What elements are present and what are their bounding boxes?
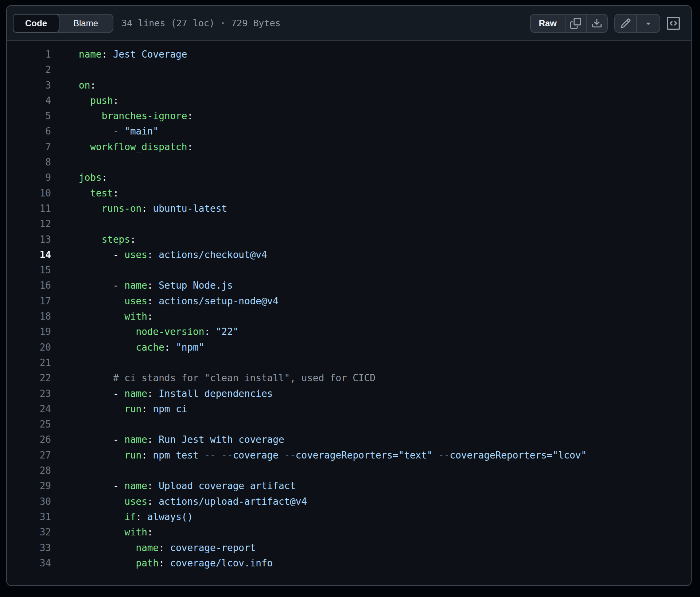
line-number[interactable]: 6 bbox=[7, 126, 51, 141]
file-header-toolbar: Code Blame 34 lines (27 loc) · 729 Bytes… bbox=[7, 6, 691, 41]
code-text: push: bbox=[51, 95, 119, 110]
line-number[interactable]: 26 bbox=[7, 434, 51, 449]
line-number[interactable]: 9 bbox=[7, 172, 51, 187]
raw-button[interactable]: Raw bbox=[531, 15, 565, 32]
code-line: 24 run: npm ci bbox=[7, 403, 691, 419]
tab-code[interactable]: Code bbox=[13, 14, 59, 33]
line-number[interactable]: 28 bbox=[7, 465, 51, 480]
code-line: 22 # ci stands for "clean install", used… bbox=[7, 372, 691, 388]
code-text: branches-ignore: bbox=[51, 110, 193, 126]
line-number[interactable]: 1 bbox=[7, 49, 51, 64]
code-text: run: npm ci bbox=[51, 403, 187, 419]
code-text: - uses: actions/checkout@v4 bbox=[51, 249, 267, 265]
code-line: 29 - name: Upload coverage artifact bbox=[7, 480, 691, 496]
code-line: 30 uses: actions/upload-artifact@v4 bbox=[7, 496, 691, 511]
edit-button[interactable] bbox=[615, 15, 636, 32]
line-number[interactable]: 23 bbox=[7, 388, 51, 403]
code-line: 32 with: bbox=[7, 527, 691, 542]
code-text: cache: "npm" bbox=[51, 342, 204, 357]
line-number[interactable]: 27 bbox=[7, 450, 51, 465]
file-info-text: 34 lines (27 loc) · 729 Bytes bbox=[121, 18, 281, 28]
line-number[interactable]: 30 bbox=[7, 496, 51, 511]
line-number[interactable]: 16 bbox=[7, 280, 51, 295]
copy-icon bbox=[570, 18, 581, 29]
line-number[interactable]: 25 bbox=[7, 419, 51, 434]
line-number[interactable]: 18 bbox=[7, 311, 51, 326]
line-number[interactable]: 12 bbox=[7, 218, 51, 234]
line-number[interactable]: 4 bbox=[7, 95, 51, 110]
code-text bbox=[51, 465, 79, 480]
code-line: 26 - name: Run Jest with coverage bbox=[7, 434, 691, 449]
line-number[interactable]: 10 bbox=[7, 188, 51, 203]
line-number[interactable]: 14 bbox=[7, 249, 51, 265]
code-text: workflow_dispatch: bbox=[51, 141, 193, 157]
code-lines: 1name: Jest Coverage23on:4 push:5 branch… bbox=[7, 41, 691, 573]
code-text: steps: bbox=[51, 234, 136, 249]
code-line: 9jobs: bbox=[7, 172, 691, 187]
copy-button[interactable] bbox=[565, 15, 586, 32]
symbols-panel-button[interactable] bbox=[667, 15, 680, 31]
code-blame-toggle: Code Blame bbox=[13, 14, 113, 33]
line-number[interactable]: 11 bbox=[7, 203, 51, 218]
code-line: 33 name: coverage-report bbox=[7, 542, 691, 558]
code-text: name: coverage-report bbox=[51, 542, 256, 558]
code-line: 27 run: npm test -- --coverage --coverag… bbox=[7, 450, 691, 465]
code-line: 16 - name: Setup Node.js bbox=[7, 280, 691, 295]
edit-dropdown-button[interactable] bbox=[636, 15, 660, 32]
line-number[interactable]: 21 bbox=[7, 357, 51, 372]
line-number[interactable]: 8 bbox=[7, 157, 51, 172]
code-text bbox=[51, 419, 79, 434]
line-number[interactable]: 31 bbox=[7, 511, 51, 527]
code-line: 17 uses: actions/setup-node@v4 bbox=[7, 296, 691, 311]
triangle-down-icon bbox=[644, 19, 653, 28]
code-line: 15 bbox=[7, 265, 691, 280]
code-text: uses: actions/setup-node@v4 bbox=[51, 296, 279, 311]
line-number[interactable]: 2 bbox=[7, 64, 51, 79]
code-text: - name: Install dependencies bbox=[51, 388, 273, 403]
line-number[interactable]: 34 bbox=[7, 558, 51, 573]
code-line: 20 cache: "npm" bbox=[7, 342, 691, 357]
code-line: 31 if: always() bbox=[7, 511, 691, 527]
line-number[interactable]: 33 bbox=[7, 542, 51, 558]
code-text: - name: Setup Node.js bbox=[51, 280, 233, 295]
code-line: 11 runs-on: ubuntu-latest bbox=[7, 203, 691, 218]
raw-copy-download-group: Raw bbox=[530, 14, 608, 33]
line-number[interactable]: 17 bbox=[7, 296, 51, 311]
code-line: 13 steps: bbox=[7, 234, 691, 249]
code-text bbox=[51, 265, 79, 280]
line-number[interactable]: 15 bbox=[7, 265, 51, 280]
tab-blame[interactable]: Blame bbox=[59, 15, 113, 32]
line-number[interactable]: 13 bbox=[7, 234, 51, 249]
code-line: 7 workflow_dispatch: bbox=[7, 141, 691, 157]
code-line: 34 path: coverage/lcov.info bbox=[7, 558, 691, 573]
code-text: with: bbox=[51, 311, 153, 326]
download-icon bbox=[591, 18, 602, 29]
line-number[interactable]: 24 bbox=[7, 403, 51, 419]
code-line: 1name: Jest Coverage bbox=[7, 49, 691, 64]
code-text: path: coverage/lcov.info bbox=[51, 558, 273, 573]
code-line: 25 bbox=[7, 419, 691, 434]
code-line: 2 bbox=[7, 64, 691, 79]
line-number[interactable]: 7 bbox=[7, 141, 51, 157]
code-line: 28 bbox=[7, 465, 691, 480]
code-line: 5 branches-ignore: bbox=[7, 110, 691, 126]
line-number[interactable]: 5 bbox=[7, 110, 51, 126]
line-number[interactable]: 32 bbox=[7, 527, 51, 542]
line-number[interactable]: 19 bbox=[7, 326, 51, 342]
code-text bbox=[51, 64, 79, 79]
file-view-panel: Code Blame 34 lines (27 loc) · 729 Bytes… bbox=[6, 5, 692, 586]
line-number[interactable]: 29 bbox=[7, 480, 51, 496]
code-text: node-version: "22" bbox=[51, 326, 238, 342]
code-line: 19 node-version: "22" bbox=[7, 326, 691, 342]
code-line: 18 with: bbox=[7, 311, 691, 326]
code-line: 4 push: bbox=[7, 95, 691, 110]
download-raw-button[interactable] bbox=[586, 15, 607, 32]
code-line: 10 test: bbox=[7, 188, 691, 203]
line-number[interactable]: 3 bbox=[7, 80, 51, 95]
code-text: jobs: bbox=[51, 172, 107, 187]
line-number[interactable]: 20 bbox=[7, 342, 51, 357]
pencil-icon bbox=[620, 18, 631, 29]
code-text bbox=[51, 157, 79, 172]
line-number[interactable]: 22 bbox=[7, 372, 51, 388]
code-line: 8 bbox=[7, 157, 691, 172]
